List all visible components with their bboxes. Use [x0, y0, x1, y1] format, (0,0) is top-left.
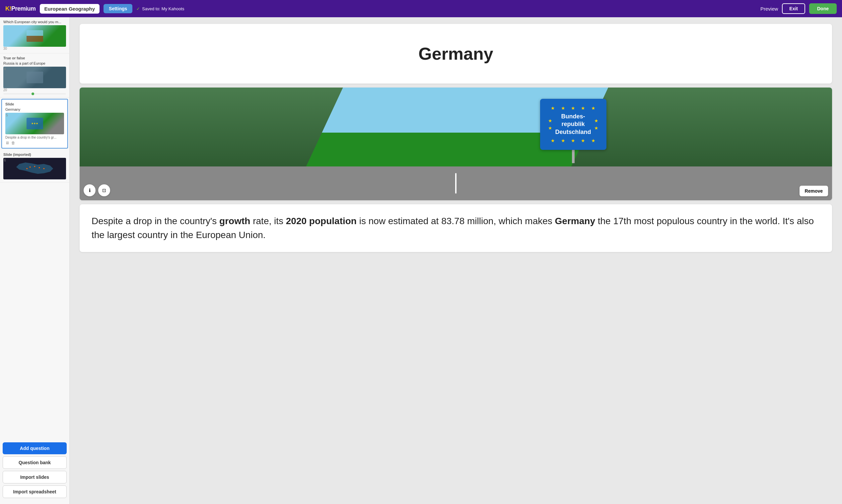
star-icon: ★	[581, 105, 585, 111]
crop-icon: ⊡	[102, 188, 106, 193]
road	[80, 166, 832, 200]
road-center-line	[455, 173, 456, 193]
title-card: Germany	[80, 24, 832, 84]
slide-1-thumbnail	[3, 25, 66, 47]
header-actions: Preview Exit Done	[760, 3, 837, 14]
svg-point-3	[39, 167, 40, 168]
trees-left	[80, 88, 343, 172]
star-icon: ★	[594, 125, 598, 131]
star-icon: ★	[591, 105, 596, 111]
slide-5-subtitle: Despite a drop in the country's gr...	[5, 136, 64, 139]
remove-image-button[interactable]: Remove	[800, 186, 828, 196]
star-icon: ★	[591, 138, 596, 143]
slide-5-icons: 🖥 🗑	[5, 141, 64, 145]
slide-title: Germany	[93, 44, 819, 64]
slide-item-6[interactable]: Slide (imported) 6	[0, 150, 69, 182]
monitor-icon: 🖥	[5, 141, 9, 145]
slide-body-text: Despite a drop in the country's growth r…	[91, 214, 820, 242]
done-button[interactable]: Done	[809, 3, 837, 14]
settings-button[interactable]: Settings	[104, 4, 133, 13]
import-spreadsheet-button[interactable]: Import spreadsheet	[3, 485, 67, 498]
star-icon: ★	[551, 105, 555, 111]
slide-5-thumbnail: 5 ★★★	[5, 113, 64, 134]
slide-4-num: 4	[4, 67, 6, 71]
eu-stars-bottom: ★ ★ ★ ★ ★	[548, 138, 598, 143]
star-icon: ★	[548, 125, 552, 131]
import-slides-button[interactable]: Import slides	[3, 471, 67, 483]
eu-sign-text: Bundes- republik Deutschland	[552, 113, 594, 136]
image-info-button[interactable]: ℹ	[84, 184, 95, 196]
text-bold-growth: growth	[219, 216, 250, 226]
text-mid: rate, its	[250, 216, 286, 226]
slide-4-title: Russia is a part of Europe	[3, 61, 66, 65]
star-icon: ★	[551, 138, 555, 143]
add-question-button[interactable]: Add question	[3, 442, 67, 454]
slide-5-num: 5	[6, 113, 8, 117]
saved-status: ✓ Saved to: My Kahoots	[136, 6, 756, 11]
eu-sign: ★ ★ ★ ★ ★ ★ ★ Bundes-	[540, 99, 607, 163]
eu-sign-middle: ★ ★ Bundes- republik Deutschland ★ ★	[548, 113, 598, 136]
image-card: ★ ★ ★ ★ ★ ★ ★ Bundes-	[80, 88, 832, 200]
slide-4-progress-dot	[32, 92, 34, 95]
slide-item-5[interactable]: Slide Germany 5 ★★★ Despite a drop in th…	[1, 99, 68, 148]
text-plain-1: Despite a drop in the country's	[91, 216, 219, 226]
star-icon: ★	[548, 118, 552, 123]
slide-item-4[interactable]: True or false Russia is a part of Europe…	[0, 53, 69, 97]
star-icon: ★	[594, 118, 598, 123]
slide-5-title: Germany	[5, 107, 64, 111]
info-icon: ℹ	[89, 188, 91, 193]
sidebar: Which European city would you m... 30 Tr…	[0, 17, 70, 504]
slide-4-progress	[3, 93, 66, 94]
star-icon: ★	[571, 138, 575, 143]
preview-button[interactable]: Preview	[760, 6, 778, 12]
star-icon: ★	[571, 105, 575, 111]
quiz-title-tab[interactable]: European Geography	[40, 4, 100, 14]
text-bold-population: 2020 population	[286, 216, 357, 226]
svg-point-1	[30, 166, 31, 168]
image-overlay-buttons: ℹ ⊡	[84, 184, 110, 196]
slide-5-label: Slide	[5, 102, 64, 106]
text-card: Despite a drop in the country's growth r…	[80, 204, 832, 252]
slide-item-1[interactable]: Which European city would you m... 30	[0, 17, 69, 53]
slide-6-label: Slide (imported)	[3, 152, 66, 157]
eu-sign-panel: ★ ★ ★ ★ ★ ★ ★ Bundes-	[540, 99, 607, 150]
germany-image: ★ ★ ★ ★ ★ ★ ★ Bundes-	[80, 88, 832, 200]
image-crop-button[interactable]: ⊡	[98, 184, 110, 196]
star-icon: ★	[561, 138, 565, 143]
slide-4-label: True or false	[3, 56, 66, 60]
trees-right	[568, 88, 832, 172]
svg-point-4	[26, 168, 28, 169]
sign-post	[572, 150, 575, 163]
slide-6-thumbnail: 6	[3, 158, 66, 179]
logo: K!Premium	[5, 5, 36, 12]
eu-stars-top: ★ ★ ★ ★ ★	[548, 105, 598, 111]
question-bank-button[interactable]: Question bank	[3, 456, 67, 469]
star-icon: ★	[581, 138, 585, 143]
star-icon: ★	[561, 105, 565, 111]
svg-point-2	[34, 166, 35, 167]
main-content: Germany	[70, 17, 842, 504]
main-layout: Which European city would you m... 30 Tr…	[0, 17, 842, 504]
slide-4-thumbnail: 4	[3, 67, 66, 88]
exit-button[interactable]: Exit	[782, 3, 805, 14]
sidebar-actions: Add question Question bank Import slides…	[0, 440, 69, 501]
saved-check-icon: ✓	[136, 6, 140, 11]
svg-point-5	[43, 168, 45, 169]
slide-1-title: Which European city would you m...	[3, 20, 66, 24]
trash-icon: 🗑	[11, 141, 15, 145]
text-bold-germany: Germany	[555, 216, 595, 226]
text-end1: is now estimated at 83.78 million, which…	[357, 216, 555, 226]
header: K!Premium European Geography Settings ✓ …	[0, 0, 842, 17]
